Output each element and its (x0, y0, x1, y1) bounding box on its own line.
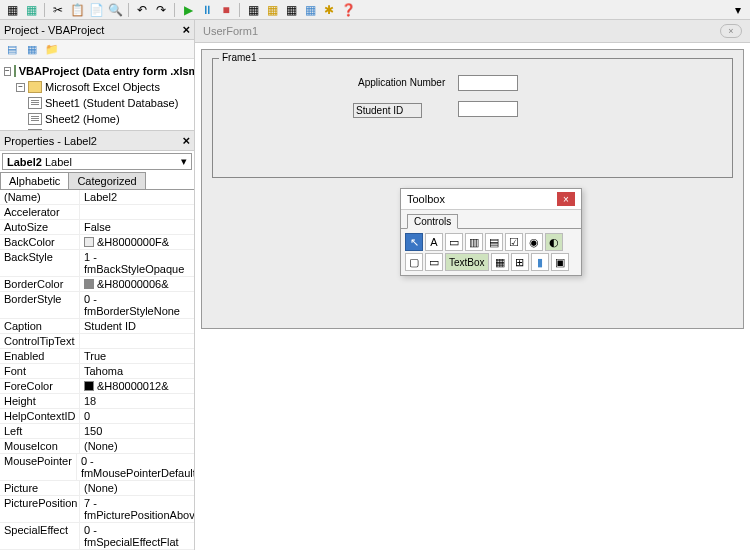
tree-root[interactable]: −VBAProject (Data entry form .xlsm) (4, 63, 190, 79)
property-value[interactable]: Label2 (80, 190, 194, 204)
property-value[interactable]: 0 - fmMousePointerDefault (77, 454, 194, 480)
toolbox-tab-controls[interactable]: Controls (407, 214, 458, 229)
tool-image-icon[interactable]: ▣ (551, 253, 569, 271)
redo-icon[interactable]: ↷ (153, 2, 169, 18)
property-value[interactable]: 150 (80, 424, 194, 438)
dropdown-icon[interactable]: ▾ (730, 2, 746, 18)
tb-icon[interactable]: ▦ (4, 2, 20, 18)
tb-icon[interactable]: ▦ (283, 2, 299, 18)
property-key: PicturePosition (0, 496, 80, 522)
property-value[interactable] (80, 205, 194, 219)
property-value[interactable]: 0 - fmBorderStyleNone (80, 292, 194, 318)
userform-close-icon[interactable]: × (720, 24, 742, 38)
tb-icon[interactable]: ✱ (321, 2, 337, 18)
break-icon[interactable]: ⏸ (199, 2, 215, 18)
tool-pointer-icon[interactable]: ↖ (405, 233, 423, 251)
tool-frame-icon[interactable]: ▢ (405, 253, 423, 271)
property-row[interactable]: Picture(None) (0, 481, 194, 496)
property-row[interactable]: Left150 (0, 424, 194, 439)
frame1[interactable]: Frame1 Application Number Student ID (212, 58, 733, 178)
tool-option-icon[interactable]: ◉ (525, 233, 543, 251)
toolbox-controls: ↖ A ▭ ▥ ▤ ☑ ◉ ◐ ▢ ▭ TextBox ▦ ⊞ ▮ ▣ (401, 228, 581, 275)
tree-leaf[interactable]: Sheet1 (Student Database) (4, 95, 190, 111)
run-icon[interactable]: ▶ (180, 2, 196, 18)
property-row[interactable]: ControlTipText (0, 334, 194, 349)
property-value[interactable]: True (80, 349, 194, 363)
property-row[interactable]: PicturePosition7 - fmPicturePositionAbov… (0, 496, 194, 523)
close-icon[interactable]: × (182, 22, 190, 37)
property-value[interactable]: False (80, 220, 194, 234)
toolbox-close-icon[interactable]: × (557, 192, 575, 206)
property-row[interactable]: HelpContextID0 (0, 409, 194, 424)
tb-icon[interactable]: ▦ (264, 2, 280, 18)
tool-listbox-icon[interactable]: ▤ (485, 233, 503, 251)
property-row[interactable]: BorderStyle0 - fmBorderStyleNone (0, 292, 194, 319)
stop-icon[interactable]: ■ (218, 2, 234, 18)
tb-icon[interactable]: ▦ (245, 2, 261, 18)
tool-command-icon[interactable]: ▭ (425, 253, 443, 271)
tb-icon[interactable]: 🔍 (107, 2, 123, 18)
property-row[interactable]: Height18 (0, 394, 194, 409)
property-row[interactable]: EnabledTrue (0, 349, 194, 364)
property-value[interactable]: Tahoma (80, 364, 194, 378)
project-tree[interactable]: −VBAProject (Data entry form .xlsm) −Mic… (0, 59, 194, 130)
property-key: BackColor (0, 235, 80, 249)
label-student-id[interactable]: Student ID (353, 103, 422, 118)
view-object-icon[interactable]: ▦ (24, 42, 40, 56)
tool-tabstrip-icon[interactable]: ▦ (491, 253, 509, 271)
object-selector[interactable]: Label2 Label ▾ (2, 153, 192, 170)
property-row[interactable]: (Name)Label2 (0, 190, 194, 205)
tool-textbox-icon[interactable]: ▭ (445, 233, 463, 251)
toolbox-titlebar[interactable]: Toolbox × (401, 189, 581, 210)
property-grid[interactable]: (Name)Label2AcceleratorAutoSizeFalseBack… (0, 190, 194, 550)
property-value[interactable]: 0 (80, 409, 194, 423)
tree-leaf[interactable]: Sheet2 (Home) (4, 111, 190, 127)
tool-multipage-icon[interactable]: ⊞ (511, 253, 529, 271)
property-row[interactable]: BackColor&H8000000F& (0, 235, 194, 250)
property-value[interactable]: 0 - fmSpecialEffectFlat (80, 523, 194, 549)
textbox-student-id[interactable] (458, 101, 518, 117)
property-value[interactable]: &H80000006& (80, 277, 194, 291)
property-value[interactable]: 1 - fmBackStyleOpaque (80, 250, 194, 276)
tb-icon[interactable]: ▦ (23, 2, 39, 18)
tool-checkbox-icon[interactable]: ☑ (505, 233, 523, 251)
tool-combobox-icon[interactable]: ▥ (465, 233, 483, 251)
folder-icon[interactable]: 📁 (44, 42, 60, 56)
tb-icon[interactable]: 📄 (88, 2, 104, 18)
tb-icon[interactable]: ▦ (302, 2, 318, 18)
tab-categorized[interactable]: Categorized (68, 172, 145, 189)
property-row[interactable]: BorderColor&H80000006& (0, 277, 194, 292)
help-icon[interactable]: ❓ (340, 2, 356, 18)
property-value[interactable]: (None) (80, 481, 194, 495)
property-row[interactable]: MousePointer0 - fmMousePointerDefault (0, 454, 194, 481)
tool-textbox-label[interactable]: TextBox (445, 253, 489, 271)
property-row[interactable]: SpecialEffect0 - fmSpecialEffectFlat (0, 523, 194, 550)
property-row[interactable]: MouseIcon(None) (0, 439, 194, 454)
tool-toggle-icon[interactable]: ◐ (545, 233, 563, 251)
property-row[interactable]: FontTahoma (0, 364, 194, 379)
property-value[interactable]: &H80000012& (80, 379, 194, 393)
property-value[interactable] (80, 334, 194, 348)
property-row[interactable]: AutoSizeFalse (0, 220, 194, 235)
tb-icon[interactable]: ✂ (50, 2, 66, 18)
tree-node[interactable]: −Microsoft Excel Objects (4, 79, 190, 95)
textbox-application-number[interactable] (458, 75, 518, 91)
tool-label-icon[interactable]: A (425, 233, 443, 251)
view-code-icon[interactable]: ▤ (4, 42, 20, 56)
property-value[interactable]: (None) (80, 439, 194, 453)
label-application-number[interactable]: Application Number (358, 77, 445, 88)
property-value[interactable]: Student ID (80, 319, 194, 333)
tab-alphabetic[interactable]: Alphabetic (0, 172, 69, 189)
property-row[interactable]: Accelerator (0, 205, 194, 220)
tb-icon[interactable]: 📋 (69, 2, 85, 18)
property-value[interactable]: 7 - fmPicturePositionAboveCenter (80, 496, 194, 522)
toolbox-window[interactable]: Toolbox × Controls ↖ A ▭ ▥ ▤ ☑ ◉ ◐ ▢ ▭ T… (400, 188, 582, 276)
property-value[interactable]: &H8000000F& (80, 235, 194, 249)
tool-scrollbar-icon[interactable]: ▮ (531, 253, 549, 271)
property-row[interactable]: CaptionStudent ID (0, 319, 194, 334)
property-row[interactable]: ForeColor&H80000012& (0, 379, 194, 394)
close-icon[interactable]: × (182, 133, 190, 148)
undo-icon[interactable]: ↶ (134, 2, 150, 18)
property-row[interactable]: BackStyle1 - fmBackStyleOpaque (0, 250, 194, 277)
property-value[interactable]: 18 (80, 394, 194, 408)
